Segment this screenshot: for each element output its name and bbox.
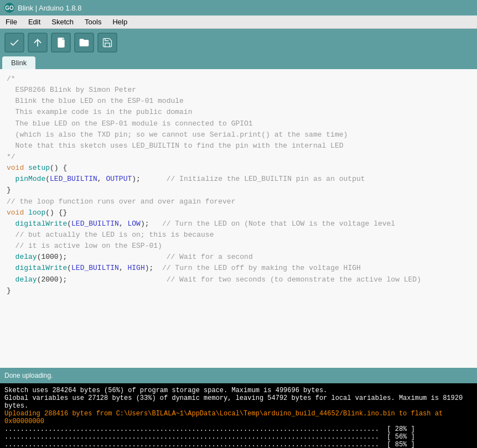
console-line: ........................................… (4, 425, 473, 433)
code-line: Note that this sketch uses LED_BUILTIN t… (7, 140, 470, 152)
open-button[interactable] (74, 33, 94, 53)
save-icon (102, 37, 113, 48)
code-line: This example code is in the public domai… (7, 107, 470, 118)
menu-sketch[interactable]: Sketch (46, 16, 79, 28)
code-line: Blink the blue LED on the ESP-01 module (7, 96, 470, 107)
window-title: Blink | Arduino 1.8.8 (18, 4, 81, 12)
upload-icon (32, 37, 43, 48)
menu-file[interactable]: File (0, 16, 23, 28)
code-line: The blue LED on the ESP-01 module is con… (7, 118, 470, 129)
new-button[interactable] (51, 33, 71, 53)
console-content: Sketch uses 284264 bytes (56%) of progra… (4, 387, 473, 448)
console-line: ........................................… (4, 433, 473, 441)
code-line: delay(2000); // Wait for two seconds (to… (7, 274, 470, 285)
check-icon (9, 37, 20, 48)
code-editor[interactable]: /* ESP8266 Blink by Simon Peter Blink th… (0, 69, 477, 368)
upload-button[interactable] (28, 33, 48, 53)
code-line: void setup() { (7, 163, 470, 174)
console-line: Global variables use 27128 bytes (33%) o… (4, 394, 473, 410)
code-line: digitalWrite(LED_BUILTIN, HIGH); // Turn… (7, 263, 470, 274)
menu-help[interactable]: Help (107, 16, 133, 28)
status-text: Done uploading. (4, 372, 53, 379)
code-line: delay(1000); // Wait for a second (7, 252, 470, 263)
title-bar: GO Blink | Arduino 1.8.8 (0, 0, 477, 15)
code-line: void loop() {} (7, 207, 470, 218)
console-line: ........................................… (4, 441, 473, 448)
code-line: } (7, 185, 470, 196)
app-logo: GO (4, 3, 14, 13)
code-line: /* (7, 74, 470, 85)
console-line: Uploading 288416 bytes from C:\Users\BIL… (4, 410, 473, 425)
open-icon (79, 37, 90, 48)
code-line: pinMode(LED_BUILTIN, OUTPUT); // Initial… (7, 174, 470, 185)
toolbar (0, 29, 477, 56)
status-bar: Done uploading. (0, 368, 477, 383)
code-line: // it is active low on the ESP-01) (7, 241, 470, 252)
code-line: // but actually the LED is on; this is b… (7, 230, 470, 241)
code-line: // the loop function runs over and over … (7, 196, 470, 207)
menu-edit[interactable]: Edit (23, 16, 46, 28)
console-output[interactable]: Sketch uses 284264 bytes (56%) of progra… (0, 383, 477, 448)
code-line: */ (7, 152, 470, 163)
menu-bar: File Edit Sketch Tools Help (0, 15, 477, 29)
tab-bar: Blink (0, 56, 477, 69)
code-content: /* ESP8266 Blink by Simon Peter Blink th… (7, 74, 470, 296)
new-file-icon (55, 37, 66, 48)
code-line: (which is also the TXD pin; so we cannot… (7, 129, 470, 140)
menu-tools[interactable]: Tools (79, 16, 107, 28)
code-line: digitalWrite(LED_BUILTIN, LOW); // Turn … (7, 218, 470, 230)
save-button[interactable] (97, 33, 117, 53)
code-line: } (7, 285, 470, 296)
tab-blink[interactable]: Blink (2, 56, 35, 69)
console-line: Sketch uses 284264 bytes (56%) of progra… (4, 387, 473, 394)
code-line: ESP8266 Blink by Simon Peter (7, 85, 470, 96)
verify-button[interactable] (4, 33, 24, 53)
